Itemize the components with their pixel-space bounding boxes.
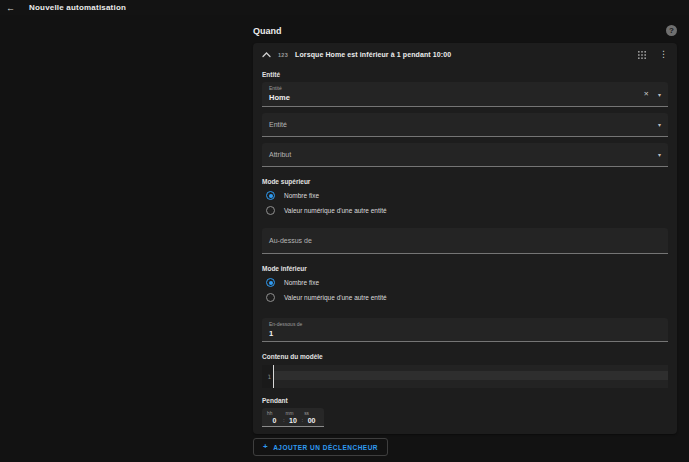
radio-above-other-entity[interactable]: Valeur numérique d'une autre entité (266, 204, 668, 217)
entity-section-label: Entité (262, 71, 668, 78)
when-section-heading: Quand (253, 26, 282, 36)
drag-handle-icon[interactable] (638, 51, 646, 59)
mode-below-label: Mode inférieur (262, 265, 668, 272)
seconds-label: ss (304, 411, 319, 416)
above-field[interactable]: Au-dessus de (262, 228, 668, 254)
entity-field[interactable]: Entité Home ✕ ▾ (262, 82, 668, 107)
mode-above-label: Mode supérieur (262, 178, 668, 185)
entity-field-label: Entité (269, 85, 661, 91)
radio-unselected-icon[interactable] (266, 206, 275, 215)
add-trigger-label: AJOUTER UN DÉCLENCHEUR (273, 444, 378, 451)
below-field[interactable]: En-dessous de 1 (262, 318, 668, 342)
above-field-label: Au-dessus de (269, 237, 312, 244)
attribute-picker[interactable]: Attribut ▾ (262, 143, 668, 167)
editor-content[interactable] (274, 365, 668, 388)
radio-below-fixed-number[interactable]: Nombre fixe (266, 276, 668, 289)
hours-label: hh (267, 411, 282, 416)
entity-field-value: Home (269, 93, 661, 102)
automation-editor: Quand ? 123 Lorsque Home est inférieur à… (253, 0, 677, 456)
add-trigger-button[interactable]: + AJOUTER UN DÉCLENCHEUR (253, 438, 388, 456)
back-arrow-icon[interactable]: ← (6, 3, 22, 13)
help-icon[interactable]: ? (666, 25, 677, 36)
hours-input[interactable]: 0 (267, 417, 282, 424)
radio-selected-icon[interactable] (266, 191, 275, 200)
attribute-picker-label: Attribut (269, 151, 291, 158)
chevron-down-icon[interactable]: ▾ (658, 121, 661, 128)
seconds-input[interactable]: 00 (304, 417, 319, 424)
collapse-chevron-icon[interactable] (262, 52, 272, 58)
radio-above-fixed-number[interactable]: Nombre fixe (266, 189, 668, 202)
plus-icon: + (263, 443, 268, 451)
clear-icon[interactable]: ✕ (644, 90, 649, 98)
minutes-input[interactable]: 10 (286, 417, 301, 424)
radio-selected-icon[interactable] (266, 278, 275, 287)
numeric-state-icon: 123 (278, 52, 288, 58)
chevron-down-icon[interactable]: ▾ (658, 91, 661, 98)
editor-gutter: 1 (262, 365, 273, 388)
below-field-value: 1 (269, 329, 661, 338)
duration-picker[interactable]: hh 0 : mm 10 : ss 00 (262, 408, 324, 427)
duration-label: Pendant (262, 397, 668, 404)
line-number: 1 (267, 373, 271, 380)
trigger-card-header: 123 Lorsque Home est inférieur à 1 penda… (262, 43, 668, 66)
minutes-label: mm (286, 411, 301, 416)
template-code-editor[interactable]: 1 (262, 365, 668, 388)
radio-unselected-icon[interactable] (266, 293, 275, 302)
template-section-label: Contenu du modèle (262, 353, 668, 360)
entity-picker[interactable]: Entité ▾ (262, 113, 668, 137)
trigger-card: 123 Lorsque Home est inférieur à 1 penda… (253, 43, 677, 434)
trigger-title: Lorsque Home est inférieur à 1 pendant 1… (295, 51, 638, 58)
entity-picker-label: Entité (269, 121, 287, 128)
page-title: Nouvelle automatisation (29, 3, 126, 12)
chevron-down-icon[interactable]: ▾ (658, 151, 661, 158)
radio-below-other-entity[interactable]: Valeur numérique d'une autre entité (266, 291, 668, 304)
overflow-menu-icon[interactable]: ⋮ (659, 50, 668, 59)
below-field-label: En-dessous de (269, 321, 661, 327)
